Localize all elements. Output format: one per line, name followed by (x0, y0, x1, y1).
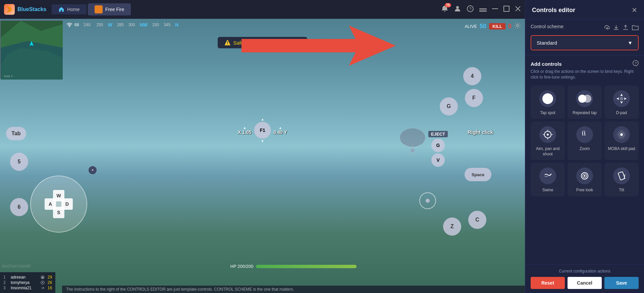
eject-label: EJECT (428, 131, 448, 137)
minimize-button[interactable] (492, 6, 498, 13)
button-c[interactable]: C (468, 211, 486, 229)
tilt-svg (615, 169, 628, 182)
control-moba-skill-pad[interactable]: MOBA skill pad (604, 121, 639, 160)
swine-label: Swine (542, 188, 553, 193)
svg-line-26 (411, 152, 412, 155)
help-button[interactable]: ? (467, 5, 474, 14)
control-repeated-tap[interactable]: Repeated tap (568, 86, 602, 119)
home-tab[interactable]: Home (52, 4, 86, 14)
tap-spot-svg (541, 92, 554, 105)
panel-close-button[interactable]: ✕ (632, 6, 637, 14)
eject-v-key[interactable]: V (431, 153, 445, 167)
repeated-tap-icon (576, 90, 593, 107)
compass-w: W (108, 22, 112, 28)
svg-point-21 (400, 128, 425, 147)
svg-rect-5 (479, 8, 487, 9)
compass-345: 345 (164, 22, 170, 27)
red-arrow (235, 19, 402, 86)
control-tap-spot[interactable]: Tap spot (531, 86, 565, 119)
tilt-icon (613, 167, 630, 184)
control-swine[interactable]: Swine (531, 163, 565, 196)
scheme-upload-icon[interactable] (623, 25, 629, 32)
scheme-download-icon[interactable] (613, 25, 619, 32)
game-area: BlueStacks Home Free Fire 75 (0, 0, 525, 293)
free-look-icon (576, 167, 593, 184)
notification-button[interactable]: 75 (441, 5, 448, 14)
close-button[interactable] (515, 6, 521, 13)
zoom-svg (578, 128, 591, 141)
panel-header: Controls editor ✕ (525, 0, 644, 19)
control-tilt[interactable]: Tilt (604, 163, 639, 196)
control-d-pad[interactable]: D-pad (604, 86, 639, 119)
add-controls-section: Add controls ? Click or drag the actions… (525, 55, 644, 264)
top-bar: BlueStacks Home Free Fire 75 (0, 0, 525, 19)
scheme-dropdown-wrapper: Standard ▼ (531, 35, 639, 50)
compass-330: 330 (152, 22, 159, 27)
bottom-info: The instructions to the right of the CON… (62, 286, 525, 293)
add-controls-title: Add controls (531, 61, 562, 67)
zoom-icon (576, 126, 593, 143)
minimize-icon (492, 6, 498, 12)
scheme-cloud-upload-icon[interactable] (603, 25, 610, 32)
game-tab-label: Free Fire (105, 7, 124, 12)
home-tab-label: Home (67, 7, 79, 12)
settings-small-icon (40, 280, 45, 285)
menu-button[interactable] (479, 6, 487, 13)
svg-point-42 (620, 97, 623, 100)
eject-g-key[interactable]: G (431, 139, 445, 152)
svg-point-54 (620, 133, 623, 136)
reset-button[interactable]: Reset (531, 277, 565, 289)
svg-text:?: ? (469, 6, 471, 11)
compass-bar: 68 240 255 W 285 300 NW 330 345 N (62, 21, 525, 29)
button-g[interactable]: G (440, 97, 458, 115)
control-zoom[interactable]: Zoom (568, 121, 602, 160)
eject-area: EJECT G V (428, 131, 448, 168)
svg-rect-6 (479, 10, 487, 10)
add-controls-help-icon[interactable]: ? (633, 60, 639, 67)
tap-spot-label: Tap spot (540, 110, 555, 116)
dropdown-arrow-icon: ▼ (628, 40, 633, 46)
maximize-button[interactable] (503, 6, 509, 13)
save-button[interactable]: Save (604, 277, 639, 289)
d-pad-icon (613, 90, 630, 107)
wifi-icon (66, 22, 72, 27)
aim-pan-shoot-label: Aim, pan and shoot (533, 146, 562, 157)
bluestacks-icon (4, 4, 15, 15)
button-5[interactable]: 5 (10, 153, 28, 171)
joystick[interactable]: × W A S D (30, 176, 87, 233)
scheme-folder-icon[interactable] (632, 25, 639, 32)
panel-footer: Current configuration actions Reset Canc… (525, 264, 644, 293)
skull-icon: ☠ (40, 275, 45, 280)
compass-285: 285 (117, 22, 124, 27)
f1-button[interactable]: F1 (254, 122, 271, 139)
button-z[interactable]: Z (443, 217, 461, 236)
cloud-upload-svg (603, 25, 610, 31)
hp-bar (256, 265, 357, 268)
svg-point-61 (584, 175, 586, 177)
svg-point-55 (542, 170, 553, 181)
hamburger-icon (479, 8, 487, 12)
scheme-header-row: Control scheme (531, 24, 639, 33)
joystick-close[interactable]: × (89, 166, 97, 174)
button-f[interactable]: F (465, 89, 483, 107)
aim-svg (541, 128, 554, 141)
leaderboard-row-3: 3 Insomnia21 16 (3, 286, 52, 290)
arrow-icon (40, 286, 45, 290)
scheme-value: Standard (537, 40, 557, 46)
scheme-dropdown[interactable]: Standard ▼ (532, 37, 637, 49)
cancel-button[interactable]: Cancel (568, 277, 602, 289)
profile-icon[interactable] (454, 5, 461, 14)
game-tab[interactable]: Free Fire (88, 3, 131, 15)
compass-nw: NW (140, 22, 148, 28)
svg-point-31 (42, 282, 43, 283)
button-4[interactable]: 4 (463, 67, 481, 85)
user-icon (454, 5, 461, 12)
control-free-look[interactable]: Free look (568, 163, 602, 196)
free-look-label: Free look (576, 188, 593, 193)
swine-svg (541, 169, 554, 182)
button-space[interactable]: Space (465, 168, 491, 181)
button-tab[interactable]: Tab (6, 127, 26, 140)
control-aim-pan-shoot[interactable]: Aim, pan and shoot (531, 121, 565, 160)
leaderboard-row-2: 2 tomyherya 26 (3, 280, 52, 285)
button-6[interactable]: 6 (10, 198, 28, 216)
